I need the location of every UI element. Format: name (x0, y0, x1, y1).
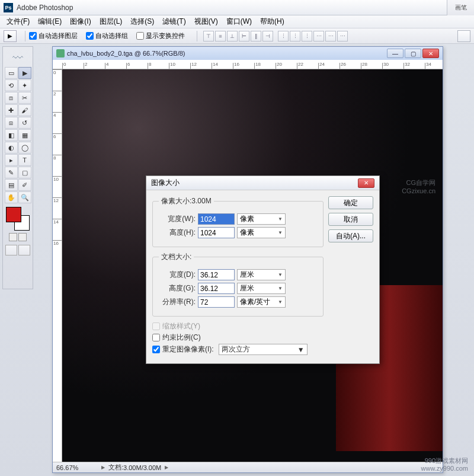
zoom-tool-icon[interactable]: 🔍 (18, 191, 31, 203)
eyedropper-tool-icon[interactable]: ✐ (18, 179, 31, 191)
ruler-horizontal[interactable]: 0246810121416182022242628303234 (53, 60, 443, 69)
distribute-hcenter-icon[interactable]: ⋯ (325, 31, 336, 41)
ruler-tick: 16 (233, 63, 254, 69)
zoom-level[interactable]: 66.67% (56, 464, 98, 471)
move-tool-icon[interactable]: ▶ (18, 67, 31, 79)
doc-width-input[interactable] (198, 269, 235, 280)
menu-select[interactable]: 选择(S) (126, 15, 158, 28)
menu-layer[interactable]: 图层(L) (95, 15, 127, 28)
workspace-button[interactable] (457, 30, 470, 42)
doc-height-unit-dropdown[interactable]: 厘米▼ (237, 283, 286, 294)
current-tool-indicator[interactable]: ▶ (4, 30, 17, 42)
distribute-bottom-icon[interactable]: ⋮ (302, 31, 312, 41)
distribute-right-icon[interactable]: ⋯ (337, 31, 348, 41)
resolution-unit-dropdown[interactable]: 像素/英寸▼ (237, 296, 286, 308)
minimize-icon[interactable]: — (387, 49, 403, 58)
gradient-tool-icon[interactable]: ▦ (18, 129, 31, 141)
type-tool-icon[interactable]: T (18, 154, 31, 166)
resample-checkbox[interactable]: 重定图像像素(I): 两次立方▼ (152, 344, 324, 355)
align-top-icon[interactable]: ⊤ (203, 31, 214, 41)
constrain-label: 约束比例(C) (162, 333, 201, 343)
align-right-icon[interactable]: ⊣ (262, 31, 273, 41)
swap-colors-icon[interactable] (18, 233, 27, 241)
blur-tool-icon[interactable]: ◐ (5, 142, 18, 154)
doc-width-unit-dropdown[interactable]: 厘米▼ (237, 269, 286, 280)
align-bottom-icon[interactable]: ⊥ (227, 31, 238, 41)
default-colors-icon[interactable] (9, 233, 17, 241)
menu-filter[interactable]: 滤镜(T) (158, 15, 190, 28)
ruler-tick: 30 (382, 63, 403, 69)
pixel-height-unit-dropdown[interactable]: 像素▼ (237, 227, 286, 238)
healing-brush-tool-icon[interactable]: ✚ (5, 104, 18, 116)
ruler-tick: 8 (53, 155, 62, 176)
watermark-side-a: CG自学网 (402, 179, 435, 187)
menu-view[interactable]: 视图(V) (190, 15, 222, 28)
auto-select-group-checkbox[interactable]: 自动选择组 (86, 31, 128, 40)
dialog-close-icon[interactable]: ✕ (358, 178, 374, 188)
marquee-tool-icon[interactable]: ▭ (5, 67, 18, 79)
menu-window[interactable]: 窗口(W) (222, 15, 256, 28)
maximize-icon[interactable]: ▢ (405, 49, 421, 58)
footer-watermark: 990游戏素材网 www.zy990.com (421, 457, 468, 472)
color-swatches[interactable] (6, 207, 30, 231)
dialog-titlebar[interactable]: 图像大小 ✕ (146, 176, 379, 190)
chevron-down-icon: ▼ (278, 230, 283, 235)
show-transform-checkbox[interactable]: 显示变换控件 (136, 31, 185, 40)
scale-styles-checkbox: 缩放样式(Y) (152, 321, 324, 331)
distribute-vcenter-icon[interactable]: ⋮ (290, 31, 300, 41)
pixel-width-input[interactable] (198, 213, 235, 225)
ruler-tick: 8 (148, 63, 169, 69)
align-hcenter-icon[interactable]: ∥ (251, 31, 261, 41)
hand-tool-icon[interactable]: ✋ (5, 191, 18, 203)
auto-select-layer-checkbox[interactable]: 自动选择图层 (29, 31, 78, 40)
auto-button[interactable]: 自动(A)... (328, 229, 373, 242)
menu-edit[interactable]: 编辑(E) (34, 15, 66, 28)
watermark-side-b: CGzixue.cn (402, 187, 435, 195)
dodge-tool-icon[interactable]: ◯ (18, 142, 31, 154)
close-icon[interactable]: ✕ (422, 49, 439, 58)
clone-stamp-tool-icon[interactable]: ⧇ (5, 117, 18, 129)
distribute-top-icon[interactable]: ⋮ (278, 31, 289, 41)
history-brush-tool-icon[interactable]: ↺ (18, 117, 31, 129)
ok-button[interactable]: 确定 (328, 196, 373, 209)
crop-tool-icon[interactable]: ⧈ (5, 92, 18, 104)
default-swap-colors (9, 233, 27, 241)
eraser-tool-icon[interactable]: ◧ (5, 129, 18, 141)
brush-panel-tab[interactable]: 画笔 (447, 0, 474, 15)
quick-mask-icon[interactable] (18, 245, 30, 255)
shape-tool-icon[interactable]: ▢ (18, 167, 31, 178)
ruler-vertical[interactable]: 0246810121416 (53, 69, 62, 462)
document-icon (56, 49, 65, 57)
path-selection-tool-icon[interactable]: ▸ (5, 154, 18, 166)
cancel-button[interactable]: 取消 (328, 213, 373, 226)
notes-tool-icon[interactable]: ▤ (5, 179, 18, 191)
lasso-tool-icon[interactable]: ⟲ (5, 79, 18, 91)
auto-select-group-label: 自动选择组 (95, 31, 128, 40)
doc-height-label: 高度(G): (159, 283, 196, 293)
menu-help[interactable]: 帮助(H) (256, 15, 289, 28)
constrain-proportions-checkbox[interactable]: 约束比例(C) (152, 333, 324, 343)
status-arrow-icon[interactable]: ▶ (165, 465, 168, 470)
foreground-color-swatch[interactable] (6, 207, 21, 222)
resolution-input[interactable] (198, 296, 235, 308)
standard-mode-icon[interactable] (5, 245, 17, 255)
slice-tool-icon[interactable]: ✂ (18, 92, 31, 104)
brush-tool-icon[interactable]: 🖌 (18, 104, 31, 116)
pixel-width-unit-dropdown[interactable]: 像素▼ (237, 213, 286, 225)
menu-image[interactable]: 图像(I) (66, 15, 95, 28)
status-arrow-icon[interactable]: ▶ (101, 465, 105, 470)
menu-file[interactable]: 文件(F) (2, 15, 34, 28)
doc-height-input[interactable] (198, 283, 235, 294)
resolution-label: 分辨率(R): (159, 297, 196, 307)
chevron-down-icon: ▼ (278, 299, 283, 305)
unit-label: 像素/英寸 (240, 297, 270, 307)
magic-wand-tool-icon[interactable]: ✦ (18, 79, 31, 91)
ruler-tick: 18 (254, 63, 276, 69)
distribute-left-icon[interactable]: ⋯ (313, 31, 324, 41)
document-titlebar[interactable]: cha_lvbu_body2_0.tga @ 66.7%(RGB/8) — ▢ … (53, 47, 443, 60)
pen-tool-icon[interactable]: ✎ (5, 167, 18, 178)
align-vcenter-icon[interactable]: ≡ (215, 31, 226, 41)
pixel-height-input[interactable] (198, 227, 235, 238)
resample-method-dropdown[interactable]: 两次立方▼ (219, 344, 308, 355)
align-left-icon[interactable]: ⊢ (239, 31, 249, 41)
